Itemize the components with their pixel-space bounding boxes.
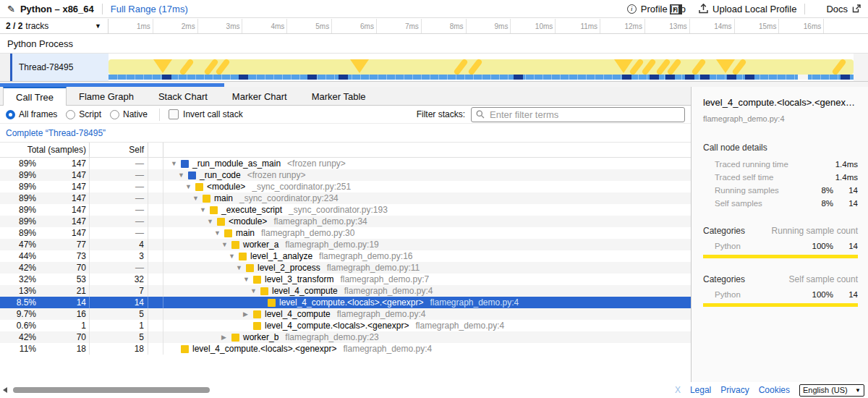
collapse-icon[interactable]: ▼ — [221, 241, 231, 248]
table-row[interactable]: 47%774▼worker_aflamegraph_demo.py:19 — [0, 239, 691, 250]
thread-activity-graph[interactable] — [109, 54, 854, 80]
expand-icon[interactable]: ▶ — [221, 334, 231, 341]
process-track[interactable]: Python Process — [0, 34, 868, 54]
complete-thread-link[interactable]: Complete “Thread-78495” — [6, 128, 106, 138]
collapse-icon[interactable]: ▼ — [207, 218, 217, 225]
category-value: 14 — [833, 290, 858, 299]
ruler-tick-label: 2ms — [182, 22, 195, 30]
language-select[interactable]: English (US) ▼ — [799, 384, 864, 397]
table-row[interactable]: 42%705▶worker_bflamegraph_demo.py:23 — [0, 331, 691, 343]
table-row[interactable]: 89%147—▼_run_module_as_main<frozen runpy… — [0, 158, 691, 169]
tab-marker-chart[interactable]: Marker Chart — [220, 87, 299, 105]
collapse-icon[interactable]: ▼ — [178, 172, 188, 179]
radio-button-icon[interactable] — [66, 110, 75, 119]
collapse-icon[interactable]: ▼ — [229, 253, 239, 260]
thread-track[interactable]: Thread-78495 — [0, 54, 868, 81]
table-row[interactable]: 89%147—▼mainflamegraph_demo.py:30 — [0, 227, 691, 239]
docs-button[interactable]: Docs — [826, 4, 861, 14]
tracks-dropdown[interactable]: 2 / 2 tracks ▼ — [0, 19, 109, 33]
collapse-icon[interactable]: ▼ — [192, 195, 203, 202]
footer-links: X LegalPrivacyCookies English (US) ▼ — [675, 384, 868, 397]
ruler-tick-cell: 12ms — [600, 19, 645, 33]
table-row[interactable]: 0.6%11level_4_compute.<locals>.<genexpr>… — [0, 320, 691, 331]
radio-button-icon[interactable] — [110, 110, 119, 119]
frame-name: _run_module_as_main — [192, 158, 281, 169]
footer-link-legal[interactable]: Legal — [690, 385, 711, 395]
footer-x-link[interactable]: X — [675, 385, 681, 395]
radio-all-frames[interactable]: All frames — [6, 109, 57, 119]
column-header-self[interactable]: Self — [90, 143, 148, 157]
self-count: 14 — [135, 297, 144, 308]
table-row[interactable]: 89%147—▼<module>flamegraph_demo.py:34 — [0, 216, 691, 227]
collapse-icon[interactable]: ▼ — [171, 160, 181, 167]
expand-icon[interactable]: ▶ — [243, 310, 253, 318]
table-row[interactable]: 89%147—▼main_sync_coordinator.py:234 — [0, 192, 691, 204]
collapse-icon[interactable]: ▼ — [236, 264, 246, 271]
thread-track-label[interactable]: Thread-78495 — [12, 54, 109, 81]
table-row[interactable]: 13%217▼level_4_computeflamegraph_demo.py… — [0, 285, 691, 297]
collapse-icon[interactable]: ▼ — [200, 206, 210, 213]
collapse-icon[interactable]: ▼ — [243, 276, 253, 283]
table-row[interactable]: 89%147—▼_run_code<frozen runpy> — [0, 169, 691, 181]
radio-button-icon[interactable] — [6, 110, 15, 119]
select-caret-icon: ▼ — [855, 387, 861, 394]
filter-stacks-input[interactable] — [488, 109, 680, 121]
invert-checkbox[interactable] — [169, 109, 179, 119]
horizontal-scrollbar-thumb[interactable] — [13, 387, 210, 393]
table-row[interactable]: 89%147—▼_execute_script_sync_coordinator… — [0, 204, 691, 216]
frame-name: main — [236, 228, 255, 238]
cell-category-strip — [148, 285, 163, 297]
column-header-total[interactable]: Total (samples) — [0, 143, 90, 157]
table-row[interactable]: 9.7%165▶level_4_computeflamegraph_demo.p… — [0, 308, 691, 320]
tab-marker-table[interactable]: Marker Table — [299, 87, 378, 105]
timeline-scrollbar[interactable] — [0, 81, 868, 87]
radio-label: Native — [123, 109, 148, 119]
timeline-ruler-bar: 2 / 2 tracks ▼ 1ms2ms3ms4ms5ms6ms7ms8ms9… — [0, 19, 868, 34]
detail-label: Traced self time — [715, 173, 801, 182]
table-row[interactable]: 44%733▼level_1_analyzeflamegraph_demo.py… — [0, 250, 691, 262]
column-header-tree — [163, 143, 691, 157]
collapse-icon[interactable]: ▼ — [185, 183, 195, 190]
ruler-tick-label: 13ms — [669, 22, 686, 30]
full-range-link[interactable]: Full Range (17ms) — [111, 4, 188, 14]
thread-activity-graph-container[interactable] — [109, 54, 868, 81]
cell-total-samples: 89%147 — [0, 169, 90, 181]
scroll-left-arrow-icon[interactable] — [3, 387, 7, 393]
cell-category-strip — [148, 250, 163, 262]
filter-input-box[interactable] — [471, 107, 685, 122]
table-row[interactable]: 32%5332▼level_3_transformflamegraph_demo… — [0, 274, 691, 285]
frame-name: level_4_compute — [265, 309, 331, 319]
frame-filter-radios: All framesScriptNative — [6, 109, 156, 119]
external-link-icon — [852, 4, 861, 13]
cell-self: 18 — [90, 343, 148, 355]
total-count: 18 — [36, 344, 89, 354]
radio-script[interactable]: Script — [66, 109, 101, 119]
cell-category-strip — [148, 308, 163, 320]
open-sidebar-button[interactable] — [670, 4, 682, 17]
footer-link-privacy[interactable]: Privacy — [720, 385, 749, 395]
upload-profile-button[interactable]: Upload Local Profile — [699, 4, 796, 14]
footer-bar: X LegalPrivacyCookies English (US) ▼ — [0, 382, 868, 398]
ruler-tick-cell: 8ms — [422, 19, 467, 33]
tab-call-tree[interactable]: Call Tree — [3, 87, 67, 106]
table-row[interactable]: 8.5%1414level_4_compute.<locals>.<genexp… — [0, 297, 691, 308]
collapse-icon[interactable]: ▼ — [214, 229, 224, 237]
frame-file: _sync_coordinator.py:193 — [289, 205, 388, 215]
frame-name: _run_code — [200, 170, 241, 180]
radio-native[interactable]: Native — [110, 109, 148, 119]
invert-call-stack-toggle[interactable]: Invert call stack — [169, 109, 243, 119]
table-row[interactable]: 89%147—▼<module>_sync_coordinator.py:251 — [0, 181, 691, 192]
edit-pencil-icon[interactable]: ✎ — [7, 4, 15, 14]
footer-link-cookies[interactable]: Cookies — [759, 385, 790, 395]
frame-name: <module> — [207, 182, 245, 192]
collapse-icon[interactable]: ▼ — [250, 287, 260, 295]
frame-category-swatch — [239, 253, 247, 261]
tab-stack-chart[interactable]: Stack Chart — [146, 87, 220, 105]
table-row[interactable]: 42%70—▼level_2_processflamegraph_demo.py… — [0, 262, 691, 274]
cell-total-samples: 11%18 — [0, 343, 90, 355]
info-icon: i — [627, 4, 637, 14]
table-row[interactable]: 11%1818level_4_compute.<locals>.<genexpr… — [0, 343, 691, 355]
tab-flame-graph[interactable]: Flame Graph — [67, 87, 146, 105]
frame-category-swatch — [210, 206, 218, 214]
panel-tab-bar: Call TreeFlame GraphStack ChartMarker Ch… — [0, 87, 691, 106]
